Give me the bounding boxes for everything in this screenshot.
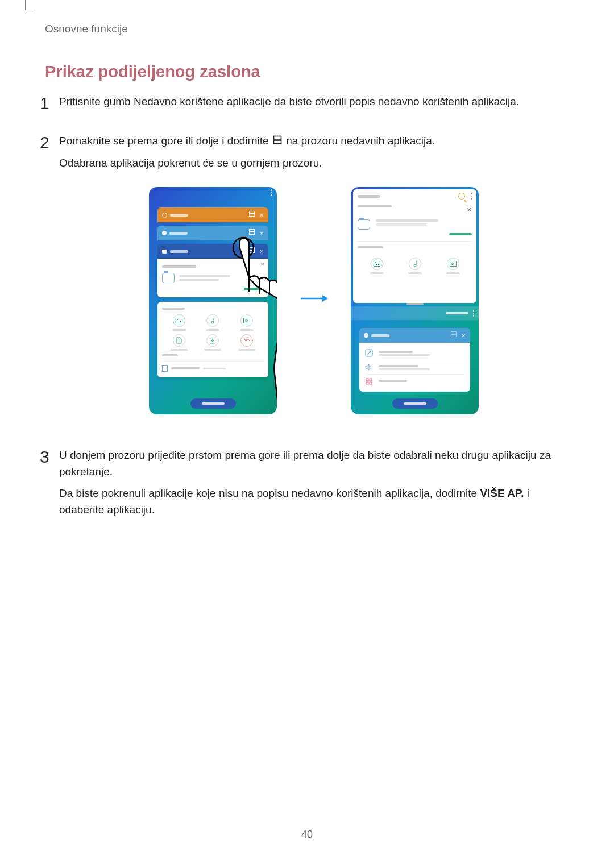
recent-card-header: ✕ [157, 207, 268, 222]
search-icon [458, 193, 465, 200]
arrow-right-icon [300, 293, 328, 309]
music-icon [206, 314, 219, 327]
svg-point-9 [177, 319, 178, 320]
split-top-app: ✕ [353, 189, 476, 303]
step-text: U donjem prozoru prijeđite prstom prema … [59, 447, 569, 480]
folder-icon [358, 219, 370, 230]
svg-rect-24 [366, 379, 368, 381]
svg-rect-3 [250, 214, 255, 216]
music-icon [409, 258, 421, 270]
step-number: 1 [40, 94, 59, 112]
storage-icon [162, 365, 168, 372]
section-title: Prikaz podijeljenog zaslona [45, 63, 260, 81]
close-icon: ✕ [259, 211, 264, 219]
step-body: U donjem prozoru prijeđite prstom prema … [59, 447, 569, 524]
svg-rect-22 [451, 334, 457, 337]
close-all-button [392, 398, 438, 409]
more-icon [271, 189, 273, 198]
split-view-icon [451, 331, 457, 337]
bold-label: VIŠE AP. [480, 487, 524, 499]
step-2: 2 Pomaknite se prema gore ili dolje i do… [40, 133, 569, 431]
phone-left: ✕ ✕ [149, 187, 277, 414]
svg-rect-1 [273, 140, 281, 144]
svg-rect-26 [366, 382, 368, 384]
video-icon [447, 258, 459, 270]
settings-card [359, 343, 470, 392]
steps-container: 1 Pritisnite gumb Nedavno korištene apli… [40, 94, 569, 541]
phone-right: ✕ [351, 187, 479, 414]
close-icon: ✕ [467, 205, 472, 215]
app-title [358, 195, 380, 198]
more-apps-bar [351, 306, 479, 320]
recent-card-header: ✕ [359, 328, 470, 343]
step-number: 2 [40, 133, 59, 151]
image-icon [371, 258, 383, 270]
phone-statusbar [149, 187, 277, 198]
more-apps-label [446, 312, 468, 314]
step-1: 1 Pritisnite gumb Nedavno korištene apli… [40, 94, 569, 116]
connections-icon [365, 349, 373, 357]
split-bottom-recents: ✕ [359, 325, 470, 392]
step-text: Pritisnite gumb Nedavno korištene aplika… [59, 94, 569, 110]
step-text: Odabrana aplikacija pokrenut će se u gor… [59, 155, 569, 172]
step-body: Pomaknite se prema gore ili dolje i dodi… [59, 133, 569, 431]
download-icon [206, 334, 219, 347]
notifications-icon [365, 377, 373, 385]
svg-rect-2 [250, 211, 255, 213]
svg-rect-19 [450, 261, 456, 266]
breadcrumb: Osnovne funkcije [45, 23, 128, 35]
svg-marker-15 [322, 295, 328, 302]
hand-pointer-icon [223, 221, 277, 414]
svg-point-10 [211, 321, 214, 323]
svg-point-18 [414, 264, 416, 267]
svg-marker-20 [452, 263, 454, 265]
image-icon [173, 314, 185, 327]
split-divider-handle [406, 303, 424, 305]
svg-rect-0 [273, 136, 281, 140]
step-body: Pritisnite gumb Nedavno korištene aplika… [59, 94, 569, 116]
figure: ✕ ✕ [59, 187, 569, 414]
action-link [449, 233, 472, 235]
svg-rect-27 [370, 382, 372, 384]
more-icon [471, 193, 472, 200]
close-icon: ✕ [461, 331, 466, 340]
tab-edge-decor [25, 0, 33, 10]
split-view-icon [273, 133, 282, 149]
svg-rect-25 [370, 379, 372, 381]
svg-rect-21 [451, 331, 457, 334]
document-icon [173, 334, 185, 347]
step-text: Pomaknite se prema gore ili dolje i dodi… [59, 133, 569, 149]
step-3: 3 U donjem prozoru prijeđite prstom prem… [40, 447, 569, 524]
split-view-icon [249, 211, 255, 217]
page-number: 40 [0, 829, 614, 841]
step-text: Da biste pokrenuli aplikacije koje nisu … [59, 485, 569, 518]
more-icon [473, 310, 475, 317]
step-number: 3 [40, 447, 59, 466]
svg-point-17 [375, 262, 376, 263]
folder-icon [162, 273, 175, 283]
sound-icon [365, 363, 373, 371]
